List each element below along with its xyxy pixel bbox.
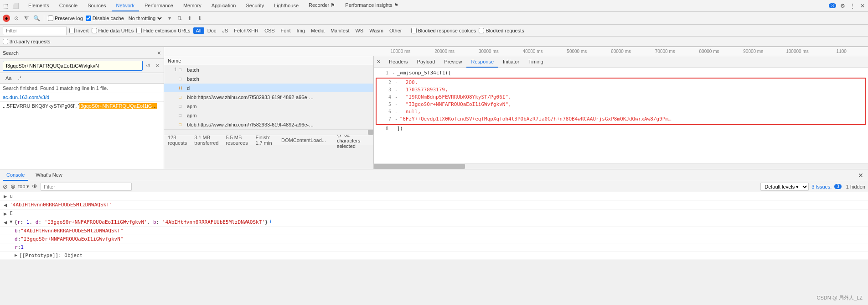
console-filter-input[interactable] (41, 183, 132, 191)
close-icon[interactable]: ✕ (859, 2, 866, 10)
tab-application[interactable]: Application (207, 0, 241, 11)
invert-checkbox[interactable] (69, 28, 75, 33)
filter-input[interactable] (3, 26, 67, 35)
hide-data-urls-check[interactable]: Hide data URLs (92, 28, 134, 33)
tab-recorder[interactable]: Recorder ⚑ (304, 0, 340, 11)
filter-icon[interactable]: ⧨ (23, 15, 30, 22)
tab-preview[interactable]: Preview (439, 56, 466, 68)
table-row[interactable]: □ apm (164, 111, 373, 120)
scrollbar-area[interactable] (164, 129, 373, 135)
type-btn-media[interactable]: Media (308, 27, 327, 34)
tab-security[interactable]: Security (241, 0, 269, 11)
search-button[interactable]: 🔍 (33, 15, 40, 22)
type-btn-js[interactable]: JS (219, 27, 231, 34)
inspect-icon[interactable]: ⬚ (2, 2, 9, 10)
type-btn-wasm[interactable]: Wasm (367, 27, 386, 34)
tab-memory[interactable]: Memory (179, 0, 206, 11)
tab-console[interactable]: Console (55, 0, 82, 11)
list-item[interactable]: ▶ u (0, 192, 868, 201)
disable-cache-check[interactable]: Disable cache (86, 16, 124, 21)
search-refresh-btn[interactable]: ↺ (145, 62, 152, 69)
tab-headers[interactable]: Headers (384, 56, 413, 68)
console-tab-whatsnew[interactable]: What's New (32, 169, 66, 181)
table-row[interactable]: 1 □ batch (164, 65, 373, 74)
console-eye-icon[interactable]: 👁 (32, 183, 38, 190)
download-icon[interactable]: ⬇ (196, 15, 203, 22)
type-btn-manifest[interactable]: Manifest (328, 27, 352, 34)
hide-data-urls-checkbox[interactable] (92, 28, 97, 33)
scrollbar-thumb[interactable] (368, 130, 373, 135)
blocked-requests-check[interactable]: Blocked requests (479, 28, 524, 33)
blocked-cookies-check[interactable]: Blocked response cookies (411, 28, 476, 33)
tab-sources[interactable]: Sources (83, 0, 110, 11)
table-row[interactable]: □ apm (164, 102, 373, 111)
table-row[interactable]: ⟨⟩ d (164, 84, 373, 93)
proto-expand[interactable]: ▶ (15, 252, 17, 258)
search-url[interactable]: ac.dun.163.com/v3/d (0, 93, 164, 102)
clear-button[interactable]: ⊘ (13, 15, 20, 22)
wifi-icon[interactable]: ⇅ (176, 15, 183, 22)
upload-icon[interactable]: ⬆ (186, 15, 193, 22)
list-item[interactable]: ▶ E (0, 210, 868, 218)
console-context-select[interactable]: top ▾ (18, 184, 29, 189)
type-btn-ws[interactable]: WS (352, 27, 366, 34)
tab-network[interactable]: Network (112, 0, 139, 11)
close-detail-btn[interactable]: ✕ (377, 59, 381, 65)
tab-performance[interactable]: Performance (140, 0, 178, 11)
type-btn-css[interactable]: CSS (262, 27, 278, 34)
device-icon[interactable]: ⬜ (12, 2, 19, 10)
horiz-scroll-thumb[interactable] (374, 164, 465, 169)
settings-icon[interactable]: ⚙ (839, 2, 846, 10)
console-level-select[interactable]: Default levels ▾ (760, 183, 809, 191)
tab-lighthouse[interactable]: Lighthouse (269, 0, 303, 11)
throttle-select[interactable]: No throttling (127, 15, 163, 21)
invert-check[interactable]: Invert (69, 28, 89, 33)
third-party-checkbox[interactable] (3, 39, 8, 44)
type-btn-img[interactable]: Img (294, 27, 308, 34)
horiz-scrollbar[interactable] (374, 163, 868, 169)
more-icon[interactable]: ⋮ (849, 2, 856, 10)
blocked-cookies-checkbox[interactable] (411, 28, 417, 33)
search-close-btn[interactable]: × (157, 49, 161, 57)
list-item[interactable]: r: 1 (0, 243, 868, 252)
list-item[interactable]: d: "I3gqoS0r+NNFAFRQUQaEoI1iGWvfgkvN" (0, 235, 868, 243)
table-row[interactable]: □ batch (164, 74, 373, 84)
list-item[interactable]: ◀ '4AbIHtHvnn0RRRAFUUbE5MlzDNWAQSkT' (0, 201, 868, 210)
hide-ext-urls-check[interactable]: Hide extension URLs (136, 28, 190, 33)
third-party-check[interactable]: 3rd-party requests (3, 39, 50, 44)
obj-info-icon[interactable]: ℹ (270, 219, 272, 224)
blocked-requests-checkbox[interactable] (479, 28, 484, 33)
search-regex-btn[interactable]: .* (15, 74, 24, 82)
search-match[interactable]: ...5FEVRRU BKQ8YkyST/Pg06I', 'I3gqoS0r+N… (0, 102, 164, 110)
type-btn-fetchxhr[interactable]: Fetch/XHR (231, 27, 261, 34)
tab-timing[interactable]: Timing (524, 56, 548, 68)
console-stop-icon[interactable]: ⊗ (10, 183, 16, 190)
search-clear-btn[interactable]: ✕ (154, 62, 161, 69)
hide-ext-urls-checkbox[interactable] (136, 28, 142, 33)
preserve-log-checkbox[interactable] (48, 16, 53, 21)
search-input[interactable] (3, 61, 143, 71)
tab-initiator[interactable]: Initiator (498, 56, 524, 68)
type-btn-other[interactable]: Other (387, 27, 405, 34)
throttle-icon[interactable]: ▾ (166, 15, 173, 22)
preserve-log-check[interactable]: Preserve log (48, 16, 83, 21)
list-item[interactable]: ◀ ▼ {r: 1, d: 'I3gqoS0r+NNFAFRQUQaEoI1iG… (0, 218, 868, 227)
record-button[interactable]: ● (3, 15, 10, 22)
list-item[interactable]: b: "4AbIHtHvnn0RRRAFUUbE5MlzDNWAQSkT" (0, 227, 868, 235)
tab-elements[interactable]: Elements (24, 0, 54, 11)
issues-label[interactable]: 3 Issues: (811, 184, 832, 189)
search-case-btn[interactable]: Aa (3, 74, 14, 82)
tab-perf-insights[interactable]: Performance insights ⚑ (341, 0, 403, 11)
list-item[interactable]: ▶ [[Prototype]]: Object (0, 252, 868, 260)
console-close-btn[interactable]: ✕ (858, 172, 863, 179)
disable-cache-checkbox[interactable] (86, 16, 91, 21)
console-clear-icon[interactable]: ⊘ (3, 183, 8, 190)
table-row[interactable]: □ blob:https://www.zhihu.com/7f582933-61… (164, 93, 373, 102)
tab-response[interactable]: Response (466, 56, 498, 68)
type-btn-all[interactable]: All (193, 27, 204, 34)
console-tab-main[interactable]: Console (3, 169, 28, 181)
type-btn-font[interactable]: Font (278, 27, 294, 34)
type-btn-doc[interactable]: Doc (205, 27, 219, 34)
table-row[interactable]: □ blob:https://www.zhihu.com/7f582933-61… (164, 120, 373, 129)
tab-payload[interactable]: Payload (413, 56, 440, 68)
